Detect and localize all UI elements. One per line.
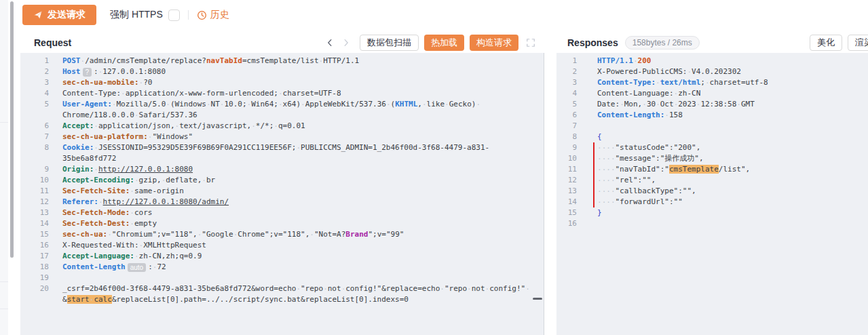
line-content[interactable]: HTTP/1.1 200 [597, 56, 863, 66]
code-token [656, 78, 660, 87]
hot-reload-button[interactable]: 热加载 [424, 35, 464, 51]
line-content[interactable]: "callbackType":"", [597, 186, 863, 197]
code-token: "navTabId":" [597, 165, 669, 174]
render-button[interactable]: 渲染 [848, 35, 868, 51]
history-prev-button[interactable] [322, 38, 338, 47]
code-token [98, 197, 103, 206]
line-content[interactable]: Accept-Encoding: gzip, deflate, br [62, 175, 538, 186]
whitespace-dot [606, 197, 611, 206]
line-content[interactable]: "forwardUrl":"" [597, 197, 863, 208]
whitespace-dot [656, 100, 660, 109]
whitespace-dot [296, 284, 301, 293]
code-token: start calc [67, 295, 112, 304]
expand-icon [526, 38, 535, 47]
request-editor[interactable]: 1POST /admin/cmsTemplate/replace?navTabI… [20, 53, 544, 335]
send-request-button[interactable]: 发送请求 [22, 5, 96, 25]
line-content[interactable]: sec-ch-ua: "Chromium";v="118", "Google C… [62, 229, 538, 240]
inline-badge: auto [128, 263, 146, 272]
line-content[interactable]: User-Agent: Mozilla/5.0 (Windows NT 10.0… [62, 99, 538, 121]
code-line: 3sec-ch-ua-mobile: ?0 [20, 77, 544, 88]
line-content[interactable]: "rel":"", [597, 175, 863, 186]
code-token: POST [62, 56, 81, 65]
vertical-scrollbar[interactable] [10, 1, 14, 258]
code-token: sec-ch-ua-mobile: [62, 78, 139, 87]
line-content[interactable]: Host?: 127.0.0.1:8080 [62, 66, 538, 77]
line-number: 8 [556, 132, 577, 142]
line-content[interactable]: Content-Lengthauto: 72 [62, 262, 538, 273]
fullscreen-button[interactable] [523, 38, 539, 47]
line-content[interactable]: X-Requested-With: XMLHttpRequest [62, 240, 538, 251]
line-number: 9 [556, 142, 577, 153]
whitespace-dot [134, 176, 139, 184]
line-content[interactable]: "message":"操作成功", [597, 153, 863, 164]
line-content[interactable]: Accept-Language: zh-CN,zh;q=0.9 [62, 251, 538, 262]
code-line: 10 "message":"操作成功", [556, 153, 868, 164]
beautify-button[interactable]: 美化 [810, 35, 842, 51]
code-line: 7sec-ch-ua-platform: "Windows" [20, 132, 544, 142]
code-token: zh-CN,zh;q=0.9 [134, 252, 202, 260]
whitespace-dot [130, 219, 134, 228]
code-token: http://127.0.0.1:8080/admin/ [103, 197, 229, 206]
whitespace-dot [386, 100, 391, 109]
code-token: cors [130, 208, 152, 217]
history-next-button[interactable] [338, 38, 354, 47]
whitespace-dot [175, 121, 180, 130]
response-editor[interactable]: 1HTTP/1.1 2002X-Powered-PublicCMS: V4.0.… [556, 53, 868, 335]
line-content[interactable]: "statusCode":"200", [597, 142, 863, 153]
construct-request-button[interactable]: 构造请求 [470, 35, 518, 51]
line-content[interactable]: X-Powered-PublicCMS: V4.0.202302 [597, 66, 863, 77]
code-token: Referer: [62, 197, 98, 206]
line-content[interactable]: Cookie: JSESSIONID=95329D5E39F69B69F0A29… [62, 142, 538, 164]
code-line: 12Referer: http://127.0.0.1:8080/admin/ [20, 197, 544, 208]
line-content[interactable]: Origin: http://127.0.0.1:8080 [62, 164, 538, 175]
line-number: 6 [20, 121, 49, 132]
line-content[interactable] [62, 273, 538, 283]
code-line: 6Accept: application/json, text/javascri… [20, 121, 544, 132]
divider [0, 309, 8, 309]
code-token: Accept-Encoding: [62, 176, 134, 184]
whitespace-dot [278, 100, 283, 109]
line-content[interactable]: Date: Mon, 30 Oct 2023 12:38:58 GMT [597, 99, 863, 110]
code-line: 15} [556, 208, 868, 218]
whitespace-dot [597, 154, 602, 163]
code-line: 15sec-ch-ua: "Chromium";v="118", "Google… [20, 229, 544, 240]
line-number: 7 [20, 132, 49, 142]
line-number: 16 [20, 240, 49, 251]
code-token: =cmsTemplate/list HTTP/1.1 [242, 56, 359, 65]
line-content[interactable]: Content-Length: 158 [597, 110, 863, 121]
line-content[interactable]: POST /admin/cmsTemplate/replace?navTabId… [62, 56, 538, 66]
line-content[interactable]: Referer: http://127.0.0.1:8080/admin/ [62, 197, 538, 208]
line-content[interactable]: "navTabId":"cmsTemplate/list", [597, 164, 863, 175]
line-content[interactable] [597, 121, 863, 132]
code-token: "message":"操作成功", [597, 154, 704, 163]
whitespace-dot [597, 165, 602, 174]
line-content[interactable] [597, 218, 863, 229]
line-content[interactable]: Content-Type: text/html; charset=utf-8 [597, 77, 863, 88]
code-token: http://127.0.0.1:8080 [98, 165, 193, 174]
line-content[interactable]: Sec-Fetch-Dest: empty [62, 218, 538, 229]
packet-scan-button[interactable]: 数据包扫描 [360, 35, 419, 51]
code-line: 13Sec-Fetch-Mode: cors [20, 208, 544, 218]
whitespace-dot [611, 197, 616, 206]
line-content[interactable]: } [597, 208, 863, 218]
line-content[interactable]: Sec-Fetch-Mode: cors [62, 208, 538, 218]
line-number: 13 [20, 208, 49, 218]
whitespace-dot [606, 165, 611, 174]
whitespace-dot [301, 100, 305, 109]
line-content[interactable]: Content-Type: application/x-www-form-url… [62, 88, 538, 99]
whitespace-dot [664, 111, 669, 119]
whitespace-dot [130, 208, 134, 217]
history-button[interactable]: 历史 [197, 9, 229, 21]
whitespace-dot [597, 186, 602, 195]
line-content[interactable]: _csrf=2b46f00d-3f68-4479-a831-35be6a8fd7… [62, 283, 538, 305]
line-content[interactable]: sec-ch-ua-mobile: ?0 [62, 77, 538, 88]
line-content[interactable]: Accept: application/json, text/javascrip… [62, 121, 538, 132]
line-content[interactable]: { [597, 132, 863, 142]
code-token: "callbackType":"", [597, 186, 696, 195]
line-content[interactable]: Content-Language: zh-CN [597, 88, 863, 99]
code-line: 9 "statusCode":"200", [556, 142, 868, 153]
force-https-checkbox[interactable] [168, 9, 180, 21]
line-content[interactable]: Sec-Fetch-Site: same-origin [62, 186, 538, 197]
request-panel: Request 数据包扫描 热加载 构造请求 1POST /admin/cmsT… [20, 33, 544, 335]
line-content[interactable]: sec-ch-ua-platform: "Windows" [62, 132, 538, 142]
